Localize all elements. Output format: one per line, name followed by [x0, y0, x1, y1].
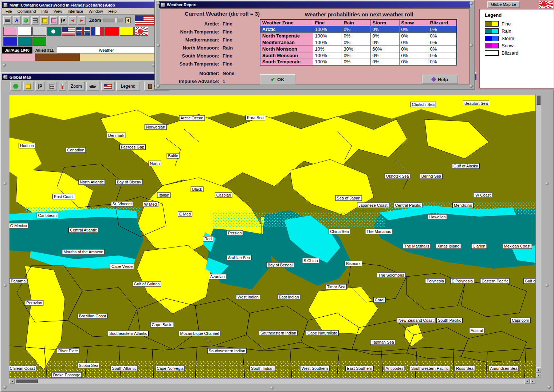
main-titlebar[interactable]: Mwif [C:\Matrix Games\World in Flames\Sc…	[2, 2, 156, 8]
sea-zone-label: Faeroes Gap	[119, 144, 146, 150]
sea-zone-label: St. Vincent	[111, 201, 133, 207]
back-button[interactable]: ◄	[68, 16, 77, 25]
zoom-slider[interactable]	[103, 19, 123, 22]
menu-file[interactable]: File	[5, 9, 12, 13]
sea-zone-label: Italian	[157, 193, 170, 198]
grid-button[interactable]	[47, 82, 57, 91]
color-swatch[interactable]	[105, 27, 119, 36]
sea-zone-label: Bay of Bengal	[266, 262, 294, 268]
color-swatch[interactable]	[32, 37, 46, 46]
hscroll-thumb[interactable]	[16, 379, 38, 383]
zoom-slider-thumb[interactable]	[115, 18, 118, 23]
impulse-advance-value: 1	[223, 79, 225, 84]
weather-report-content: Current Weather (die roll = 3) Weather p…	[160, 8, 469, 84]
check-icon: ✔	[271, 76, 275, 82]
hexagon-icon	[13, 84, 19, 89]
probability-cell: 0%	[428, 26, 457, 32]
forward-button[interactable]: ►	[78, 16, 86, 25]
ok-button-label: OK	[277, 77, 284, 82]
sea-zone-label: G Mexico	[9, 223, 28, 229]
menu-command[interactable]: Command	[17, 9, 36, 13]
color-swatch[interactable]	[32, 27, 46, 36]
impulse-indicator: Allied #11	[32, 47, 57, 54]
menu-info[interactable]: Info	[41, 9, 48, 13]
global-map-title: Global Map	[9, 75, 31, 79]
yellow-marker-button[interactable]	[40, 16, 49, 25]
yellow-marker-icon	[26, 84, 31, 89]
weather-table-header-cell: Storm	[370, 19, 399, 26]
teal-disc-flag[interactable]	[47, 27, 61, 36]
thermometer-button[interactable]	[59, 82, 66, 91]
units-button[interactable]	[3, 16, 12, 25]
scroll-up-button[interactable]: ▲	[536, 367, 541, 373]
flag-p-button[interactable]: P	[35, 82, 45, 91]
weather-zone-value: Fine	[223, 21, 232, 27]
modifier-row: Modifier: None	[160, 71, 235, 76]
scroll-down-button[interactable]: ▼	[536, 373, 541, 378]
color-swatch[interactable]	[3, 37, 17, 46]
sea-zone-label: South Pacific	[436, 318, 463, 323]
menu-interface[interactable]: Interface	[68, 9, 83, 13]
palette-row-1	[2, 26, 156, 36]
weather-table-header-cell: Rain	[342, 19, 370, 26]
legend-window-title[interactable]: Globe Map Le	[487, 1, 520, 8]
legend-topstrip: Globe Map Le	[476, 0, 554, 9]
uk-flag[interactable]	[76, 27, 90, 36]
help-button[interactable]: Help	[422, 75, 458, 84]
sea-zone-label: Eastern Pacific	[480, 278, 510, 284]
flags-button[interactable]	[101, 82, 115, 91]
sea-zone-label: Mexican Coast	[503, 243, 532, 249]
pink-marker-button[interactable]	[50, 16, 58, 25]
hex-grid-button[interactable]	[10, 82, 21, 91]
weather-table-row[interactable]: South Monsoon100%0%0%0%0%	[260, 52, 457, 59]
probability-cell: 0%	[370, 52, 399, 59]
weather-table-row[interactable]: North Monsoon10%30%60%0%0%	[260, 45, 457, 52]
scroll-left-button-2[interactable]: ◄	[524, 379, 530, 384]
flag-p-button[interactable]: P	[59, 16, 67, 25]
phase-indicator: Weather	[57, 47, 156, 54]
legend-color-swatch	[485, 21, 499, 27]
vscroll-thumb[interactable]	[537, 95, 541, 105]
zoom-button-label: Zoom	[71, 84, 82, 89]
ok-button[interactable]: ✔ OK	[260, 74, 295, 84]
weather-table-row[interactable]: Arctic100%0%0%0%0%	[260, 26, 457, 32]
menu-window[interactable]: Window	[89, 9, 103, 13]
text-label-button[interactable]: A	[13, 16, 21, 25]
world-map-canvas[interactable]: HudsonChukchi SeaBeaufort SeaArctic Ocea…	[9, 95, 535, 378]
weather-table-row[interactable]: South Temperate100%0%0%0%0%	[260, 59, 457, 65]
sea-zone-label: Denmark	[107, 133, 126, 138]
weather-report-titlebar[interactable]: Weather Report	[159, 1, 470, 8]
menu-help[interactable]: Help	[108, 9, 117, 13]
zoom-button[interactable]: Zoom	[68, 82, 85, 91]
sea-zone-label: Caribbean	[37, 213, 58, 218]
japan-ensign-flag[interactable]	[134, 27, 148, 36]
modifier-label: Modifier:	[160, 71, 219, 76]
menu-view[interactable]: View	[54, 9, 62, 13]
color-swatch[interactable]	[120, 27, 134, 36]
sea-zone-label: East Indian	[277, 294, 300, 300]
weather-table-row[interactable]: Mediterranean100%0%0%0%0%	[260, 39, 457, 45]
us-flag[interactable]	[62, 27, 75, 36]
weather-table-row[interactable]: North Temperate100%0%0%0%0%	[260, 32, 457, 39]
map-horizontal-scrollbar[interactable]: ◄ ◄ ►	[9, 378, 535, 384]
probability-cell: 0%	[399, 45, 428, 52]
p-flag-icon: P	[61, 19, 65, 23]
color-swatch[interactable]	[18, 37, 32, 46]
color-swatch[interactable]	[3, 27, 17, 36]
scroll-left-button[interactable]: ◄	[9, 379, 15, 384]
color-swatch[interactable]	[18, 27, 32, 36]
map-vertical-scrollbar[interactable]: ▲ ▼	[535, 95, 541, 378]
marker-button[interactable]	[23, 82, 34, 91]
naval-units-button[interactable]	[86, 82, 99, 91]
sea-zone-label: Central Pacific	[394, 203, 423, 208]
us-flag[interactable]	[135, 15, 154, 25]
probability-cell: 0%	[428, 52, 457, 59]
scroll-right-button[interactable]: ►	[530, 379, 535, 384]
weather-zone-cell: North Monsoon	[260, 45, 313, 52]
grid-button[interactable]	[31, 16, 40, 25]
legend-button[interactable]: Legend	[116, 82, 140, 91]
probability-cell: 0%	[428, 39, 457, 45]
globe-button[interactable]	[22, 16, 30, 25]
sea-zone-label: Peruvian	[25, 300, 43, 306]
france-flag[interactable]	[91, 27, 105, 36]
